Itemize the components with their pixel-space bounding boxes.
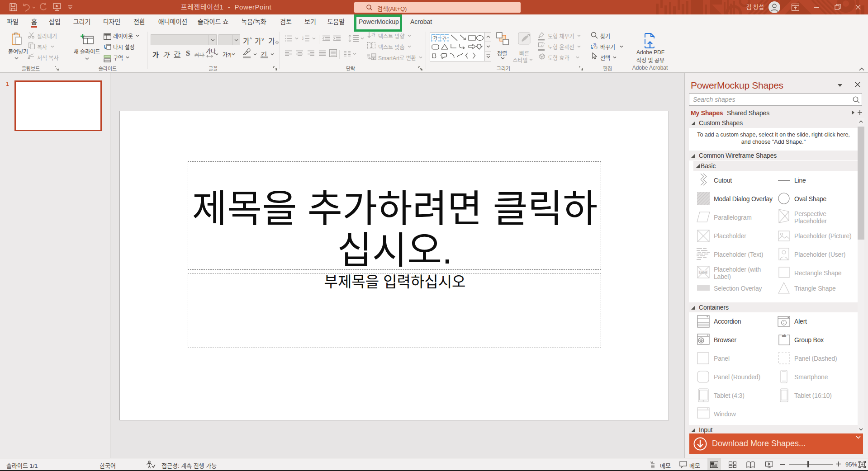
svg-text:간: 간 [442,34,447,41]
svg-text:가: 가 [371,32,375,38]
svg-text:가: 가 [433,34,437,41]
svg-text:ab: ab [782,334,786,338]
svg-text:Label: Label [699,271,707,274]
svg-text:2: 2 [302,38,304,40]
svg-text:나: 나 [594,45,598,49]
